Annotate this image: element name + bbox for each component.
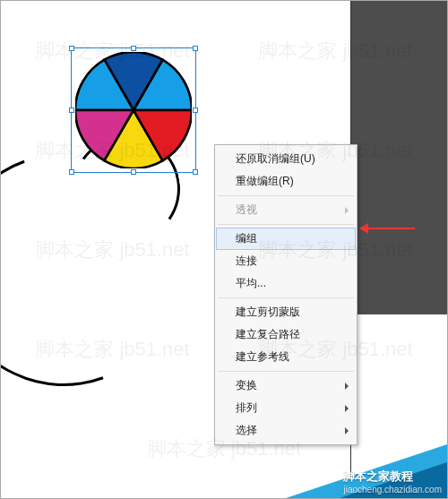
handle-se[interactable] — [193, 169, 198, 175]
menu-item-label: 变换 — [236, 379, 257, 391]
menu-item-label: 建立参考线 — [236, 350, 289, 363]
handle-ne[interactable] — [193, 46, 198, 51]
menu-separator — [218, 195, 354, 196]
menu-item-label: 建立复合路径 — [236, 328, 300, 340]
menu-item-7[interactable]: 建立复合路径 — [216, 323, 356, 346]
menu-separator — [218, 297, 354, 298]
menu-item-9[interactable]: 变换 — [216, 374, 356, 397]
handle-s[interactable] — [131, 169, 136, 175]
menu-item-label: 编组 — [236, 232, 257, 245]
submenu-arrow-icon — [345, 405, 349, 412]
menu-item-0[interactable]: 还原取消编组(U) — [216, 148, 356, 170]
menu-item-label: 连接 — [236, 254, 257, 267]
menu-item-label: 排列 — [236, 401, 257, 414]
menu-item-label: 重做编组(R) — [236, 175, 294, 187]
submenu-arrow-icon — [345, 383, 349, 390]
context-menu: 还原取消编组(U)重做编组(R)透视编组连接平均...建立剪切蒙版建立复合路径建… — [214, 144, 358, 445]
menu-item-5[interactable]: 平均... — [216, 272, 356, 295]
menu-item-4[interactable]: 连接 — [216, 250, 356, 272]
menu-item-label: 平均... — [236, 277, 266, 289]
off-artboard-area — [350, 1, 448, 314]
menu-item-10[interactable]: 排列 — [216, 397, 356, 419]
handle-e[interactable] — [193, 108, 198, 113]
menu-item-1[interactable]: 重做编组(R) — [216, 170, 356, 193]
handle-n[interactable] — [131, 46, 136, 51]
menu-item-2: 透视 — [216, 199, 356, 221]
handle-w[interactable] — [69, 108, 74, 113]
submenu-arrow-icon — [345, 427, 349, 434]
menu-item-label: 建立剪切蒙版 — [236, 305, 300, 318]
menu-separator — [218, 371, 354, 372]
menu-item-11[interactable]: 选择 — [216, 419, 356, 442]
badge-line2: jiaocheng.chazidian.com — [343, 485, 442, 495]
handle-nw[interactable] — [69, 46, 74, 51]
menu-item-8[interactable]: 建立参考线 — [216, 346, 356, 368]
menu-item-label: 透视 — [236, 203, 257, 216]
badge-line1: 脚本之家教程 — [343, 469, 413, 483]
menu-separator — [218, 224, 354, 225]
menu-item-3[interactable]: 编组 — [216, 228, 356, 250]
menu-item-6[interactable]: 建立剪切蒙版 — [216, 301, 356, 323]
menu-item-label: 还原取消编组(U) — [236, 152, 315, 165]
menu-item-label: 选择 — [236, 424, 257, 436]
handle-sw[interactable] — [69, 169, 74, 175]
pie-graphic[interactable] — [75, 52, 192, 168]
submenu-arrow-icon — [345, 207, 349, 214]
